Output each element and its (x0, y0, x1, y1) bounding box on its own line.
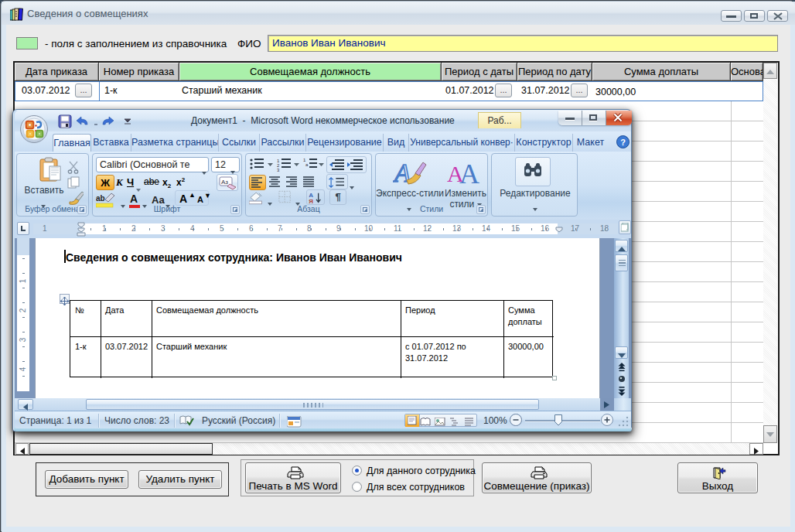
svg-text:Я: Я (309, 198, 313, 204)
svg-text:ab: ab (96, 194, 105, 203)
svg-text:a: a (305, 162, 309, 167)
svg-text:?: ? (620, 138, 626, 147)
svg-text:A: A (459, 159, 479, 186)
svg-text:Аз: Аз (221, 179, 228, 186)
svg-text:3: 3 (277, 168, 280, 172)
